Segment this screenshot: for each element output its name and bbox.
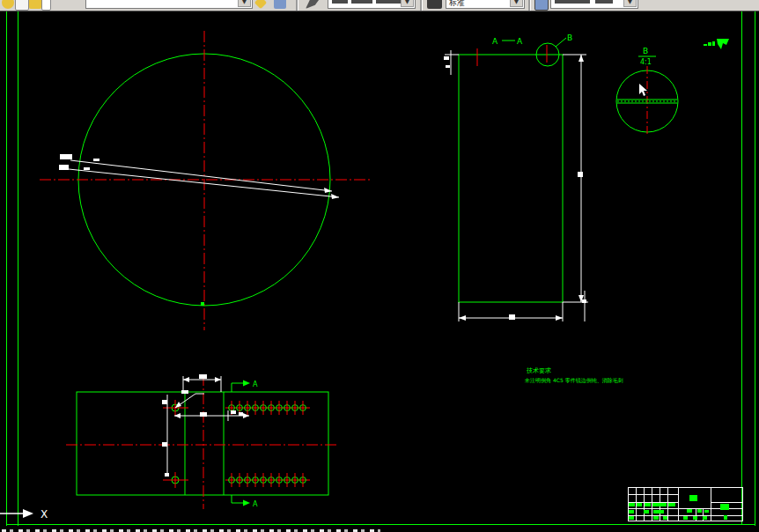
arrowhead xyxy=(459,315,466,321)
cut-arrow-top: A xyxy=(232,381,258,393)
clipped-text xyxy=(376,0,401,4)
dim-text-blob xyxy=(231,410,236,414)
dim-text-blob xyxy=(578,172,583,177)
view-flag-icon[interactable] xyxy=(717,39,729,49)
dim-text-blob xyxy=(162,400,167,404)
model-space-canvas[interactable]: A A B xyxy=(0,11,759,526)
title-block xyxy=(628,487,742,521)
style-combo-value: 标准 xyxy=(449,0,465,9)
technical-notes: 技术要求 未注明倒角 4C5 零件锐边倒钝、消除毛刺 xyxy=(524,367,623,384)
toolbar-separator xyxy=(296,0,298,11)
toolbar-separator xyxy=(420,0,423,11)
arrowhead xyxy=(243,381,250,387)
layer-combo[interactable]: ▼ xyxy=(85,0,253,9)
chevron-down-icon[interactable]: ▼ xyxy=(510,0,523,7)
toolbar-separator xyxy=(528,0,531,11)
dim-tick xyxy=(93,159,99,161)
detail-leader-label: B xyxy=(567,33,572,42)
dim-text-blob xyxy=(444,56,449,60)
notes-body: 未注明倒角 4C5 零件锐边倒钝、消除毛刺 xyxy=(524,377,623,384)
clipped-text xyxy=(332,0,348,4)
hole-row-top xyxy=(225,401,310,415)
linetype-combo[interactable]: ▼ xyxy=(328,0,416,9)
box-icon[interactable] xyxy=(41,0,51,11)
x-axis-arrow-icon xyxy=(23,509,33,518)
arrowhead xyxy=(578,55,584,62)
clipped-text xyxy=(351,0,372,4)
sheet-icon[interactable] xyxy=(15,0,29,11)
bottom-view-dimensions xyxy=(162,374,249,477)
detail-title-label: B xyxy=(643,47,648,55)
dim-text-blob xyxy=(59,165,69,170)
layers-icon[interactable] xyxy=(274,0,286,9)
dim-text-blob xyxy=(239,412,243,416)
detail-view-b: B 4:1 xyxy=(616,47,678,137)
cut-arrow-bottom: A xyxy=(232,495,258,508)
dim-text-blob xyxy=(181,390,188,394)
left-dimension xyxy=(445,50,459,75)
table-style-icon[interactable] xyxy=(534,0,549,11)
chevron-down-icon[interactable]: ▼ xyxy=(623,0,637,7)
chevron-down-icon[interactable]: ▼ xyxy=(401,0,414,7)
dim-text-blob xyxy=(60,154,72,159)
dim-text-blob xyxy=(446,65,450,68)
nav-mini-icons[interactable] xyxy=(704,39,729,49)
command-line[interactable] xyxy=(0,526,759,532)
clipped-text xyxy=(595,0,613,4)
dim-text-blob xyxy=(509,314,515,320)
bulb-icon[interactable] xyxy=(29,0,41,9)
front-view-circle xyxy=(40,31,370,330)
clipped-text xyxy=(555,0,590,4)
cut-arrow-bottom-label: A xyxy=(253,500,258,508)
arrowhead xyxy=(331,194,339,199)
arrowhead xyxy=(556,315,563,321)
bottom-view: A A xyxy=(66,374,339,509)
arrowhead xyxy=(243,500,250,506)
toolbar: ▼ ▼ 标准 ▼ ▼ xyxy=(0,0,759,11)
ucs-x-label: X xyxy=(41,508,48,521)
dim-text-blob xyxy=(582,299,586,303)
section-title-right: A xyxy=(517,37,523,46)
style-combo[interactable]: 标准 ▼ xyxy=(446,0,525,9)
dim-tick xyxy=(84,167,90,170)
mouse-cursor-icon xyxy=(639,84,647,96)
detail-scale-label: 4:1 xyxy=(640,58,652,66)
cad-application-window: ▼ ▼ 标准 ▼ ▼ xyxy=(0,0,759,532)
dim-text-blob xyxy=(165,473,169,477)
chevron-down-icon[interactable]: ▼ xyxy=(238,0,251,7)
drawing-svg: A A B xyxy=(0,11,759,526)
section-view-a-a: A A B xyxy=(444,33,588,321)
dim-text-blob xyxy=(200,412,207,417)
make-layer-current-icon[interactable] xyxy=(254,0,267,9)
height-dimension xyxy=(563,55,588,321)
green-mark xyxy=(201,302,204,306)
cut-arrow-top-label: A xyxy=(253,381,258,388)
arrowhead xyxy=(324,188,332,193)
dim-text-blob xyxy=(162,442,167,447)
notes-title: 技术要求 xyxy=(526,367,551,374)
dimstyle-combo[interactable]: ▼ xyxy=(550,0,638,9)
sun-layer-icon[interactable] xyxy=(2,0,14,9)
hole-row-bottom xyxy=(225,473,310,487)
ucs-icon: X xyxy=(0,508,48,521)
dim-text-blob xyxy=(199,374,207,379)
section-title-left: A xyxy=(492,37,498,46)
pen-style-icon[interactable] xyxy=(306,0,321,9)
text-style-icon[interactable] xyxy=(427,0,442,9)
